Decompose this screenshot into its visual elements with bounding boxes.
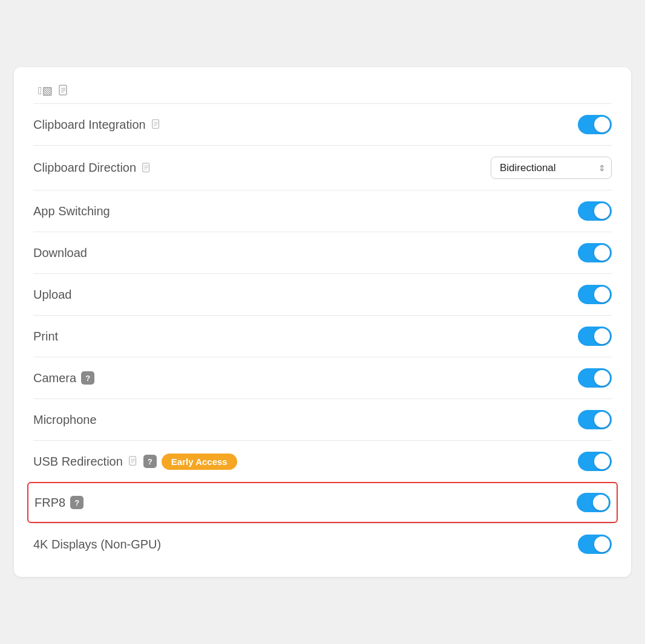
row-clipboard-direction: Clipboard DirectionBidirectionalHost to … — [33, 145, 612, 190]
toggle-slider-camera — [578, 368, 612, 388]
label-text-frp8: FRP8 — [34, 496, 65, 510]
toggle-slider-4k-displays — [578, 535, 612, 554]
question-icon-frp8[interactable]: ? — [70, 496, 83, 509]
row-4k-displays: 4K Displays (Non-GPU) — [33, 523, 612, 565]
toggle-microphone[interactable] — [578, 410, 612, 429]
row-frp8: FRP8? — [27, 482, 618, 523]
toggle-slider-upload — [578, 285, 612, 304]
toggle-slider-download — [578, 243, 612, 262]
early-access-badge-usb-redirection: Early Access — [162, 454, 237, 470]
section-title: ▧ — [33, 84, 612, 97]
toggle-slider-app-switching — [578, 201, 612, 221]
label-text-4k-displays: 4K Displays (Non-GPU) — [33, 538, 161, 551]
features-card: ▧ Clipboard IntegrationClipboard Direct… — [14, 67, 631, 577]
doc-icon-usb-redirection — [128, 456, 139, 467]
label-text-clipboard-integration: Clipboard Integration — [33, 118, 146, 132]
row-upload: Upload — [33, 273, 612, 315]
toggle-4k-displays[interactable] — [578, 535, 612, 554]
label-usb-redirection: USB Redirection?Early Access — [33, 454, 237, 470]
question-icon-camera[interactable]: ? — [81, 371, 94, 385]
toggle-slider-frp8 — [577, 493, 611, 512]
label-text-usb-redirection: USB Redirection — [33, 455, 123, 469]
label-print: Print — [33, 330, 58, 343]
row-app-switching: App Switching — [33, 190, 612, 232]
label-upload: Upload — [33, 288, 71, 302]
row-camera: Camera? — [33, 357, 612, 398]
label-clipboard-integration: Clipboard Integration — [33, 118, 162, 132]
toggle-slider-print — [578, 327, 612, 346]
toggle-download[interactable] — [578, 243, 612, 262]
toggle-print[interactable] — [578, 327, 612, 346]
label-text-download: Download — [33, 246, 87, 260]
label-app-switching: App Switching — [33, 204, 110, 218]
section-doc-icon: ▧ — [38, 84, 53, 97]
row-clipboard-integration: Clipboard Integration — [33, 103, 612, 145]
label-text-print: Print — [33, 330, 58, 343]
toggle-app-switching[interactable] — [578, 201, 612, 221]
label-clipboard-direction: Clipboard Direction — [33, 161, 152, 175]
label-text-upload: Upload — [33, 288, 71, 302]
row-download: Download — [33, 232, 612, 273]
label-camera: Camera? — [33, 371, 94, 385]
row-usb-redirection: USB Redirection?Early Access — [33, 440, 612, 482]
label-download: Download — [33, 246, 87, 260]
features-rows: Clipboard IntegrationClipboard Direction… — [33, 103, 612, 565]
toggle-usb-redirection[interactable] — [578, 452, 612, 471]
toggle-clipboard-integration[interactable] — [578, 115, 612, 134]
label-4k-displays: 4K Displays (Non-GPU) — [33, 538, 161, 551]
dropdown-wrap-clipboard-direction: BidirectionalHost to GuestGuest to Host — [491, 157, 612, 179]
label-text-camera: Camera — [33, 371, 76, 385]
doc-icon-clipboard-integration — [151, 119, 162, 130]
toggle-frp8[interactable] — [577, 493, 611, 512]
label-frp8: FRP8? — [34, 496, 83, 510]
dropdown-clipboard-direction[interactable]: BidirectionalHost to GuestGuest to Host — [491, 157, 612, 179]
label-microphone: Microphone — [33, 413, 97, 427]
label-text-app-switching: App Switching — [33, 204, 110, 218]
row-print: Print — [33, 315, 612, 357]
question-icon-usb-redirection[interactable]: ? — [143, 455, 157, 468]
toggle-slider-usb-redirection — [578, 452, 612, 471]
toggle-slider-clipboard-integration — [578, 115, 612, 134]
row-microphone: Microphone — [33, 398, 612, 440]
section-doc-icon-svg — [57, 85, 70, 97]
toggle-upload[interactable] — [578, 285, 612, 304]
label-text-clipboard-direction: Clipboard Direction — [33, 161, 136, 175]
toggle-slider-microphone — [578, 410, 612, 429]
label-text-microphone: Microphone — [33, 413, 97, 427]
doc-icon-clipboard-direction — [141, 163, 152, 174]
toggle-camera[interactable] — [578, 368, 612, 388]
